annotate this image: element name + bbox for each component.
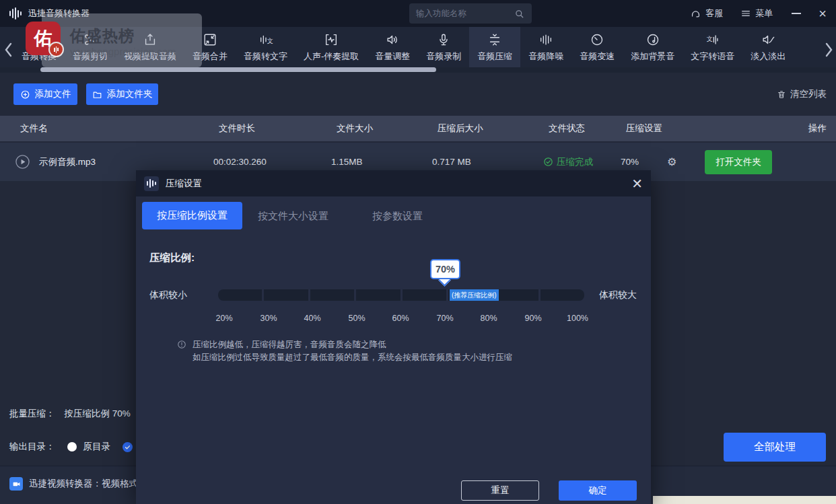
tab-by-filesize[interactable]: 按文件大小设置 bbox=[258, 210, 328, 223]
tab-label: 添加背景音 bbox=[631, 50, 674, 63]
file-duration: 00:02:30.260 bbox=[213, 157, 331, 167]
operation-cell: 打开文件夹 bbox=[705, 150, 836, 174]
hotlist-badge-icon bbox=[48, 42, 64, 57]
tick-80[interactable]: 80% bbox=[480, 314, 497, 323]
status-badge: 压缩完成 bbox=[543, 156, 621, 168]
tab-audio-record[interactable]: 音频录制 bbox=[418, 27, 469, 67]
radio-original-dir[interactable] bbox=[67, 442, 77, 452]
hamburger-menu-icon bbox=[740, 8, 751, 19]
toolbar-scroll-left-icon[interactable] bbox=[3, 40, 15, 59]
slider-right-label: 体积较大 bbox=[599, 289, 637, 301]
support-button[interactable]: 客服 bbox=[690, 7, 723, 20]
video-camera-icon bbox=[12, 480, 21, 489]
speech-to-text-icon: 文 bbox=[258, 32, 273, 47]
output-dir-label: 输出目录： bbox=[9, 441, 55, 453]
background-window-edge bbox=[653, 496, 836, 504]
tick-40[interactable]: 40% bbox=[304, 314, 320, 323]
slider-left-label: 体积较小 bbox=[149, 289, 187, 301]
toolbar-scrollbar[interactable] bbox=[0, 67, 836, 73]
slider-segment[interactable] bbox=[356, 289, 400, 301]
reset-label: 重置 bbox=[491, 484, 510, 497]
process-all-button[interactable]: 全部处理 bbox=[724, 433, 826, 462]
tab-by-params-label: 按参数设置 bbox=[372, 210, 423, 221]
app-logo-waveform-icon bbox=[9, 7, 22, 20]
search-icon[interactable] bbox=[514, 8, 525, 20]
gear-icon[interactable]: ⚙ bbox=[667, 155, 676, 168]
open-folder-button[interactable]: 打开文件夹 bbox=[705, 150, 772, 174]
recommended-ratio-chip: (推荐压缩比例) bbox=[450, 289, 499, 301]
col-operation: 操作 bbox=[710, 122, 836, 135]
tab-speech-to-text[interactable]: 文 音频转文字 bbox=[236, 27, 295, 67]
minimize-icon bbox=[792, 13, 801, 14]
hotlist-app-icon[interactable]: 佑 bbox=[26, 22, 61, 55]
toolbar-scroll-right-icon[interactable] bbox=[823, 40, 835, 59]
tab-volume-adjust[interactable]: 音量调整 bbox=[367, 27, 418, 67]
toolbar-scrollbar-thumb[interactable] bbox=[40, 67, 436, 72]
app-window: 迅捷音频转换器 输入功能名称 客服 菜单 × bbox=[0, 0, 836, 504]
tab-label: 文字转语音 bbox=[691, 50, 734, 63]
equalizer-icon bbox=[538, 32, 553, 47]
promo-link[interactable]: 迅捷视频转换器：视频格式 bbox=[9, 477, 138, 491]
tab-fade-in-out[interactable]: 淡入淡出 bbox=[742, 27, 794, 67]
tick-20[interactable]: 20% bbox=[215, 314, 232, 323]
ratio-slider-track[interactable] bbox=[218, 289, 584, 301]
radio-original-dir-label[interactable]: 原目录 bbox=[83, 441, 111, 453]
promo-text: 迅捷视频转换器：视频格式 bbox=[29, 478, 138, 490]
dialog-close-icon[interactable]: ✕ bbox=[631, 177, 643, 190]
search-input[interactable]: 输入功能名称 bbox=[409, 3, 532, 24]
headset-icon bbox=[690, 8, 701, 20]
hotlist-subtitle: youshengprecision.com bbox=[70, 46, 176, 57]
slider-segment[interactable] bbox=[494, 289, 538, 301]
info-line-2: 如压缩比例过低导致质量超过了最低音频的质量，系统会按最低音频质量大小进行压缩 bbox=[193, 351, 512, 364]
tick-30[interactable]: 30% bbox=[260, 314, 277, 323]
slider-segment[interactable] bbox=[541, 289, 584, 301]
speaker-icon bbox=[385, 32, 400, 47]
tab-by-params[interactable]: 按参数设置 bbox=[372, 210, 423, 223]
tab-by-ratio-label: 按压缩比例设置 bbox=[157, 209, 228, 222]
tick-90[interactable]: 90% bbox=[524, 314, 541, 323]
tick-60[interactable]: 60% bbox=[392, 314, 409, 323]
tab-add-background-music[interactable]: 添加背景音 bbox=[623, 27, 683, 67]
batch-compress-label: 批量压缩： bbox=[9, 408, 55, 420]
file-size: 1.15MB bbox=[331, 157, 432, 167]
slider-segment[interactable] bbox=[310, 289, 354, 301]
tab-text-to-speech[interactable]: 文 文字转语音 bbox=[683, 27, 742, 67]
speed-icon bbox=[590, 32, 604, 47]
slider-tick-labels: 20% 30% 40% 50% 60% 70% 80% 90% 100% bbox=[218, 314, 584, 324]
add-folder-button[interactable]: 添加文件夹 bbox=[86, 83, 158, 105]
tab-audio-speed[interactable]: 音频变速 bbox=[571, 27, 623, 67]
compress-setting-cell: 70% ⚙ bbox=[621, 155, 705, 168]
radio-custom-dir[interactable] bbox=[123, 442, 133, 452]
tab-vocal-extract[interactable]: 人声-伴奏提取 bbox=[295, 27, 367, 67]
add-folder-label: 添加文件夹 bbox=[107, 88, 153, 100]
confirm-button[interactable]: 确定 bbox=[559, 480, 637, 501]
tab-by-ratio[interactable]: 按压缩比例设置 bbox=[142, 202, 242, 229]
menu-button[interactable]: 菜单 bbox=[740, 7, 773, 20]
dialog-title: 压缩设置 bbox=[166, 178, 202, 190]
close-button[interactable]: × bbox=[818, 7, 827, 20]
search-placeholder: 输入功能名称 bbox=[416, 8, 514, 20]
video-converter-app-icon bbox=[9, 477, 23, 491]
slider-segment[interactable] bbox=[403, 289, 446, 301]
tab-by-filesize-label: 按文件大小设置 bbox=[258, 210, 328, 221]
tick-100[interactable]: 100% bbox=[567, 314, 588, 323]
tab-audio-compress[interactable]: 音频压缩 bbox=[469, 27, 520, 67]
compress-icon bbox=[487, 32, 502, 47]
minimize-button[interactable] bbox=[792, 13, 801, 14]
tab-audio-denoise[interactable]: 音频降噪 bbox=[520, 27, 571, 67]
reset-button[interactable]: 重置 bbox=[461, 480, 539, 501]
tick-50[interactable]: 50% bbox=[348, 314, 365, 323]
clear-list-button[interactable]: 清空列表 bbox=[777, 88, 827, 100]
tab-label: 音频变速 bbox=[580, 50, 615, 63]
add-file-button[interactable]: 添加文件 bbox=[13, 83, 77, 105]
col-compress-setting: 压缩设置 bbox=[626, 122, 710, 135]
tab-label: 音量调整 bbox=[375, 50, 410, 63]
play-icon[interactable] bbox=[15, 154, 30, 170]
slider-segment[interactable] bbox=[264, 289, 308, 301]
support-label: 客服 bbox=[705, 7, 723, 20]
text-to-speech-icon: 文 bbox=[705, 32, 720, 47]
svg-text:文: 文 bbox=[267, 37, 273, 44]
slider-segment[interactable] bbox=[218, 289, 262, 301]
tick-70[interactable]: 70% bbox=[436, 314, 453, 323]
col-status: 文件状态 bbox=[549, 122, 626, 135]
